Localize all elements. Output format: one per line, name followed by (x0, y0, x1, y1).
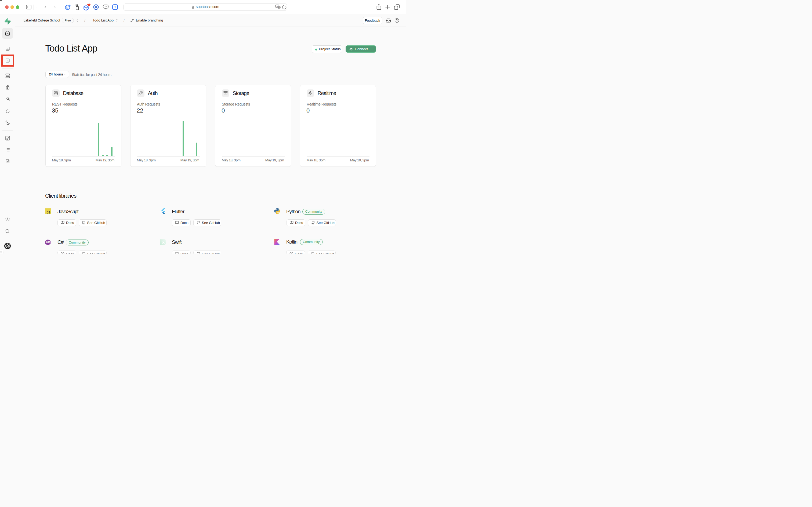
svg-text:I: I (114, 5, 115, 9)
svg-text:C#: C# (46, 240, 50, 243)
svg-text:A: A (277, 5, 278, 7)
svg-text:文: 文 (278, 6, 280, 8)
svg-text:JS: JS (47, 211, 50, 214)
